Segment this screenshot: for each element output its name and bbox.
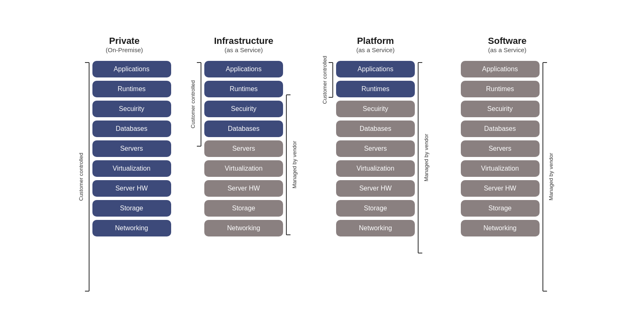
list-item: Storage: [336, 200, 415, 217]
iaas-right-bracket-vendor: [286, 93, 291, 236]
iaas-title: Infrastructure: [214, 36, 273, 46]
private-left-label: Customer controlled: [78, 61, 84, 293]
list-item: Servers: [336, 140, 415, 157]
paas-left-label-customer: Customer controlled: [322, 61, 328, 99]
list-item: Servers: [92, 140, 171, 157]
iaas-right-label-vendor: Managed by vendor: [291, 93, 298, 236]
list-item: Runtimes: [336, 81, 415, 97]
list-item: Applications: [461, 61, 540, 77]
list-item: Networking: [336, 220, 415, 236]
list-item: Server HW: [92, 180, 171, 197]
paas-subtitle: (as a Service): [356, 46, 395, 53]
iaas-subtitle: (as a Service): [214, 46, 273, 53]
list-item: Secuirity: [336, 101, 415, 117]
private-title: Private: [106, 36, 143, 46]
column-private: Private (On-Premise) Customer controlled…: [75, 36, 174, 293]
column-title-paas: Platform (as a Service): [356, 36, 395, 53]
list-item: Secuirity: [204, 101, 283, 117]
list-item: Databases: [204, 121, 283, 137]
list-item: Runtimes: [92, 81, 171, 97]
list-item: Server HW: [336, 180, 415, 197]
list-item: Secuirity: [92, 101, 171, 117]
private-items: Applications Runtimes Secuirity Database…: [92, 61, 171, 293]
column-iaas: Infrastructure (as a Service) Customer c…: [182, 36, 306, 236]
list-item: Servers: [461, 140, 540, 157]
list-item: Runtimes: [461, 81, 540, 97]
paas-right-label-vendor: Managed by vendor: [423, 61, 429, 255]
saas-title: Software: [488, 36, 527, 46]
list-item: Applications: [204, 61, 283, 77]
iaas-left-label-customer: Customer controlled: [190, 61, 196, 148]
list-item: Storage: [461, 200, 540, 217]
list-item: Secuirity: [461, 101, 540, 117]
list-item: Servers: [204, 140, 283, 157]
saas-right-bracket-vendor: [542, 61, 548, 293]
iaas-left-bracket-customer: [196, 61, 202, 148]
list-item: Networking: [92, 220, 171, 236]
iaas-items: Applications Runtimes Secuirity Database…: [204, 61, 283, 236]
column-title-private: Private (On-Premise): [106, 36, 143, 53]
list-item: Virtualization: [204, 160, 283, 177]
saas-items: Applications Runtimes Secuirity Database…: [461, 61, 540, 293]
list-item: Virtualization: [92, 160, 171, 177]
private-subtitle: (On-Premise): [106, 46, 143, 53]
column-title-saas: Software (as a Service): [488, 36, 527, 53]
paas-right-bracket-vendor: [417, 61, 423, 255]
list-item: Storage: [92, 200, 171, 217]
diagram: Private (On-Premise) Customer controlled…: [58, 23, 586, 305]
paas-title: Platform: [356, 36, 395, 46]
list-item: Runtimes: [204, 81, 283, 97]
list-item: Storage: [204, 200, 283, 217]
paas-items: Applications Runtimes Secuirity Database…: [336, 61, 415, 255]
list-item: Networking: [461, 220, 540, 236]
list-item: Server HW: [461, 180, 540, 197]
column-title-iaas: Infrastructure (as a Service): [214, 36, 273, 53]
column-paas: Platform (as a Service) Customer control…: [313, 36, 438, 255]
list-item: Databases: [92, 121, 171, 137]
list-item: Server HW: [204, 180, 283, 197]
list-item: Databases: [336, 121, 415, 137]
column-saas: Software (as a Service) Applications Run…: [445, 36, 569, 293]
saas-right-label-vendor: Managed by vendor: [548, 61, 554, 293]
private-left-bracket: [84, 61, 90, 293]
list-item: Virtualization: [336, 160, 415, 177]
list-item: Virtualization: [461, 160, 540, 177]
list-item: Applications: [92, 61, 171, 77]
paas-left-bracket-customer: [328, 61, 334, 99]
list-item: Databases: [461, 121, 540, 137]
saas-subtitle: (as a Service): [488, 46, 527, 53]
list-item: Networking: [204, 220, 283, 236]
list-item: Applications: [336, 61, 415, 77]
